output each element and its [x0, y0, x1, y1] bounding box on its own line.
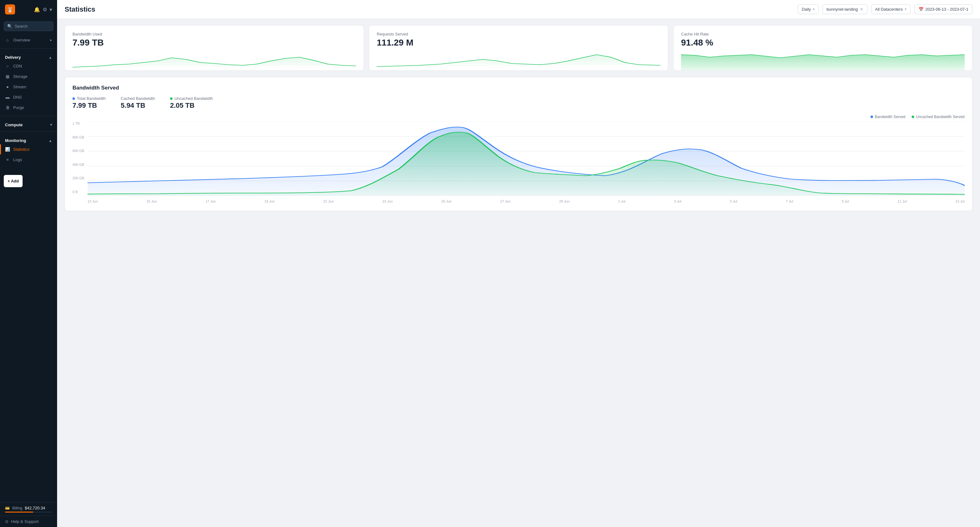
legend-uncached-dot [912, 116, 914, 118]
x-label-9: 1 Jul [618, 200, 625, 203]
sidebar-item-statistics-label: Statistics [13, 147, 30, 152]
sidebar-item-overview-label: Overview [13, 38, 30, 42]
bandwidth-metrics: Total Bandwidth 7.99 TB Cached Bandwidth… [72, 96, 965, 110]
monitoring-header[interactable]: Monitoring ▲ [0, 135, 57, 144]
help-support-item[interactable]: ⊙ Help & Support [0, 516, 57, 527]
chevron-down-icon[interactable]: ▾ [49, 6, 52, 13]
metric-uncached: Uncached Bandwidth 2.05 TB [170, 96, 213, 110]
datacenter-chevron: ▾ [905, 7, 907, 11]
notification-icon[interactable]: 🔔 [34, 6, 40, 13]
x-label-15: 13 Jul [955, 200, 964, 203]
compute-chevron: ▾ [50, 123, 52, 127]
billing-icon: 💳 [5, 506, 10, 510]
sidebar-item-logs[interactable]: ≡ Logs [0, 155, 57, 165]
period-filter[interactable]: Daily ▾ [798, 5, 819, 14]
sidebar-item-overview[interactable]: ⌂ Overview ▸ [0, 35, 57, 45]
sidebar-item-dns-label: DNS [13, 95, 22, 99]
x-label-3: 19 Jun [264, 200, 275, 203]
nav-compute: Compute ▾ [0, 118, 57, 130]
period-chevron: ▾ [813, 7, 815, 11]
x-label-8: 29 Jun [559, 200, 570, 203]
main-content: Statistics Daily ▾ bunnynet-landing ✕ Al… [57, 0, 980, 527]
help-label: Help & Support [11, 519, 38, 524]
metric-uncached-value: 2.05 TB [170, 101, 213, 110]
period-value: Daily [802, 7, 811, 12]
date-range-value: 2023-06-13 - 2023-07-1 [926, 7, 968, 12]
sidebar: 🐰 🔔 ⚙ ▾ 🔍 ⌂ Overview ▸ Delivery ▲ ○ CDN … [0, 0, 57, 527]
x-label-7: 27 Jun [500, 200, 511, 203]
stat-bandwidth-value: 7.99 TB [72, 38, 356, 48]
billing-label: Billing [12, 506, 22, 510]
cdn-icon: ○ [5, 64, 10, 69]
search-box[interactable]: 🔍 [4, 21, 53, 31]
stat-card-bandwidth: Bandwidth Used 7.99 TB [65, 25, 364, 71]
monitoring-label: Monitoring [5, 138, 26, 143]
chevron-right-icon: ▸ [50, 38, 52, 42]
metric-cached: Cached Bandwidth 5.94 TB [121, 96, 155, 110]
delivery-header[interactable]: Delivery ▲ [0, 52, 57, 61]
search-input[interactable] [15, 24, 50, 29]
statistics-icon: 📊 [5, 147, 10, 152]
page-title: Statistics [65, 5, 95, 13]
sidebar-item-purge[interactable]: 🗑 Purge [0, 102, 57, 113]
x-label-13: 9 Jul [842, 200, 849, 203]
search-icon: 🔍 [7, 24, 12, 29]
bandwidth-card: Bandwidth Served Total Bandwidth 7.99 TB… [65, 77, 972, 211]
x-label-4: 21 Jun [323, 200, 334, 203]
nav-delivery: Delivery ▲ ○ CDN ▦ Storage ● Stream ▬ DN… [0, 51, 57, 114]
total-dot [72, 97, 75, 100]
content-area: Bandwidth Used 7.99 TB [57, 19, 980, 217]
sidebar-header: 🐰 🔔 ⚙ ▾ [0, 0, 57, 19]
sidebar-item-cdn-label: CDN [13, 64, 22, 69]
date-range-picker[interactable]: 📅 2023-06-13 - 2023-07-1 [915, 5, 972, 14]
delivery-label: Delivery [5, 55, 21, 60]
settings-icon[interactable]: ⚙ [43, 6, 47, 13]
sidebar-item-stream-label: Stream [13, 85, 26, 89]
monitoring-chevron: ▲ [49, 139, 52, 142]
divider-1 [0, 48, 57, 49]
stat-bandwidth-label: Bandwidth Used [72, 32, 356, 37]
compute-header[interactable]: Compute ▾ [0, 119, 57, 128]
calendar-icon: 📅 [918, 7, 924, 12]
sidebar-item-cdn[interactable]: ○ CDN [0, 61, 57, 71]
metric-uncached-label: Uncached Bandwidth [170, 96, 213, 101]
metric-total-value: 7.99 TB [72, 101, 106, 110]
chart-legend: Bandwidth Served Uncached Bandwidth Serv… [72, 115, 965, 119]
billing-section: 💳 Billing $42,720.34 [0, 502, 57, 516]
storage-icon: ▦ [5, 74, 10, 79]
y-label-1: 800 GB [72, 135, 84, 139]
legend-uncached: Uncached Bandwidth Served [912, 115, 965, 119]
nav-overview: ⌂ Overview ▸ [0, 34, 57, 46]
y-label-5: 0 B [72, 190, 84, 194]
datacenter-filter[interactable]: All Datacenters ▾ [871, 5, 911, 14]
sidebar-item-storage[interactable]: ▦ Storage [0, 71, 57, 81]
zone-value: bunnynet-landing [827, 7, 858, 12]
sidebar-item-statistics[interactable]: 📊 Statistics [0, 144, 57, 155]
legend-total-dot [870, 116, 873, 118]
topbar: Statistics Daily ▾ bunnynet-landing ✕ Al… [57, 0, 980, 19]
metric-total-label: Total Bandwidth [72, 96, 106, 101]
help-icon: ⊙ [5, 519, 8, 524]
x-label-10: 3 Jul [674, 200, 681, 203]
x-label-0: 13 Jun [88, 200, 98, 203]
purge-icon: 🗑 [5, 105, 10, 110]
billing-bar-fill [5, 512, 33, 513]
y-label-2: 600 GB [72, 149, 84, 153]
divider-2 [0, 116, 57, 116]
bandwidth-mini-chart [72, 51, 356, 70]
sidebar-item-stream[interactable]: ● Stream [0, 81, 57, 92]
legend-uncached-label: Uncached Bandwidth Served [916, 115, 965, 119]
nav-monitoring: Monitoring ▲ 📊 Statistics ≡ Logs [0, 134, 57, 166]
requests-mini-chart [377, 51, 660, 70]
x-label-6: 25 Jun [441, 200, 452, 203]
sidebar-item-logs-label: Logs [13, 157, 22, 162]
x-label-1: 15 Jun [146, 200, 157, 203]
x-axis-labels: 13 Jun 15 Jun 17 Jun 19 Jun 21 Jun 23 Ju… [88, 200, 965, 203]
x-label-12: 7 Jul [786, 200, 793, 203]
add-button[interactable]: + Add [4, 175, 22, 187]
x-label-5: 23 Jun [382, 200, 393, 203]
sidebar-item-dns[interactable]: ▬ DNS [0, 92, 57, 102]
delivery-chevron: ▲ [49, 56, 52, 59]
zone-close-icon[interactable]: ✕ [860, 7, 863, 12]
x-label-14: 11 Jul [897, 200, 907, 203]
